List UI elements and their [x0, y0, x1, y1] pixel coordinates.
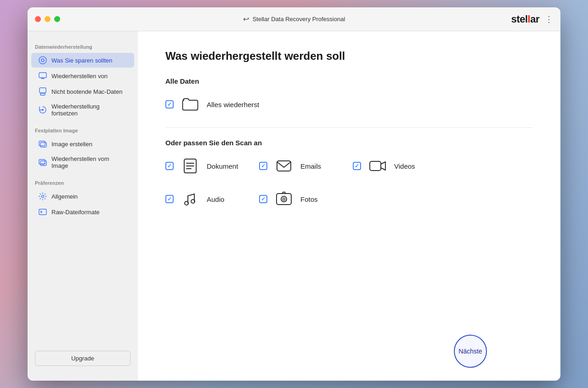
sidebar-item-was-speichern[interactable]: Was Sie sparen sollten: [31, 53, 134, 68]
option-label-emails: Emails: [300, 162, 321, 170]
svg-point-0: [39, 57, 46, 64]
sidebar-label-wiederherstellung-fortsetzen: Wiederherstellung fortsetzen: [51, 103, 127, 117]
sidebar-label-image-erstellen: Image erstellen: [51, 141, 92, 148]
svg-point-1: [41, 59, 44, 62]
sidebar-item-image-erstellen[interactable]: Image erstellen: [31, 137, 134, 151]
raw-icon: [39, 208, 47, 216]
monitor-icon: [39, 72, 47, 80]
option-label-alles: Alles wiederherst: [207, 101, 259, 108]
close-button[interactable]: [35, 16, 41, 22]
checkbox-emails[interactable]: ✓: [259, 162, 267, 170]
next-button-wrap: Nächste: [454, 335, 487, 368]
custom-options-row2: ✓ Audio ✓: [165, 189, 533, 209]
sidebar-label-wiederherstellen-image: Wiederherstellen vom Image: [51, 155, 127, 169]
option-label-audio: Audio: [207, 195, 224, 203]
checkbox-fotos[interactable]: ✓: [259, 195, 267, 203]
custom-section-label: Oder passen Sie den Scan an: [165, 139, 533, 147]
option-label-videos: Videos: [394, 162, 415, 170]
svg-rect-2: [39, 73, 46, 78]
menu-dots-icon[interactable]: ⋮: [545, 14, 553, 24]
checkbox-audio[interactable]: ✓: [165, 195, 174, 203]
checkbox-alles[interactable]: ✓: [165, 100, 174, 108]
checkmark-dokument: ✓: [167, 163, 172, 169]
maximize-button[interactable]: [54, 16, 60, 22]
section-divider: [165, 127, 533, 128]
audio-icon-wrap: [180, 189, 200, 209]
sidebar-item-wiederherstellen-von[interactable]: Wiederherstellen von: [31, 68, 134, 83]
sidebar-label-wiederherstellen-von: Wiederherstellen von: [51, 73, 107, 80]
option-dokument[interactable]: ✓ Dokument: [165, 156, 248, 176]
svg-rect-13: [39, 209, 46, 215]
sidebar-section-festplatten: Festplatten Image: [28, 128, 138, 133]
checkbox-videos[interactable]: ✓: [353, 162, 361, 170]
video-icon: [369, 157, 386, 175]
svg-rect-11: [40, 161, 46, 165]
sidebar-item-wiederherstellung-fortsetzen[interactable]: Wiederherstellung fortsetzen: [31, 100, 134, 120]
sidebar-item-wiederherstellen-image[interactable]: Wiederherstellen vom Image: [31, 152, 134, 172]
svg-point-27: [283, 198, 285, 200]
titlebar-right: stellar ⋮: [511, 13, 553, 25]
back-icon[interactable]: ↩: [243, 15, 249, 23]
svg-point-7: [42, 109, 44, 111]
video-icon-wrap: [368, 156, 388, 176]
checkbox-dokument[interactable]: ✓: [165, 162, 174, 170]
window-title: Stellar Data Recovery Professional: [253, 16, 345, 23]
disk-icon: [39, 56, 47, 64]
svg-rect-6: [40, 93, 45, 95]
option-audio[interactable]: ✓ Audio: [165, 189, 248, 209]
checkmark-fotos: ✓: [261, 196, 266, 202]
svg-point-26: [281, 196, 287, 202]
audio-icon: [181, 190, 199, 208]
option-alles[interactable]: ✓ Alles wiederherst: [165, 94, 259, 114]
svg-rect-22: [370, 161, 381, 171]
folder-icon-wrap: [180, 94, 200, 114]
page-title: Was wiederhergestellt werden soll: [165, 50, 533, 63]
svg-rect-5: [40, 88, 46, 93]
svg-rect-9: [40, 143, 46, 147]
sidebar-item-raw-dateiformate[interactable]: Raw-Dateiformate: [31, 205, 134, 219]
sidebar-label-raw-dateiformate: Raw-Dateiformate: [51, 209, 100, 216]
folder-icon: [181, 96, 199, 113]
svg-point-12: [42, 195, 44, 198]
app-body: Datenwiederherstellung Was Sie sparen so…: [28, 31, 560, 381]
mac-icon: [39, 87, 47, 96]
gear-icon: [39, 192, 47, 200]
stellar-logo: stellar: [511, 13, 539, 25]
image-create-icon: [39, 140, 47, 148]
sidebar-item-nicht-bootend[interactable]: Nicht bootende Mac-Daten: [31, 84, 134, 99]
email-icon: [275, 157, 293, 175]
upgrade-button[interactable]: Upgrade: [35, 351, 130, 366]
option-emails[interactable]: ✓ Emails: [259, 156, 342, 176]
option-label-dokument: Dokument: [207, 162, 238, 170]
resume-icon: [39, 106, 47, 114]
traffic-lights: [35, 16, 60, 22]
option-videos[interactable]: ✓ Videos: [353, 156, 435, 176]
sidebar-item-allgemein[interactable]: Allgemein: [31, 189, 134, 204]
titlebar: ↩ Stellar Data Recovery Professional ste…: [28, 7, 560, 31]
sidebar: Datenwiederherstellung Was Sie sparen so…: [28, 31, 138, 381]
all-data-section-label: Alle Daten: [165, 77, 533, 85]
app-window: ↩ Stellar Data Recovery Professional ste…: [28, 7, 560, 381]
svg-rect-21: [277, 161, 291, 171]
option-fotos[interactable]: ✓ Fotos: [259, 189, 342, 209]
main-content: Was wiederhergestellt werden soll Alle D…: [138, 31, 560, 381]
document-icon-wrap: [180, 156, 200, 176]
checkmark-videos: ✓: [355, 163, 359, 169]
checkmark-emails: ✓: [261, 163, 266, 169]
option-label-fotos: Fotos: [300, 195, 318, 203]
titlebar-center: ↩ Stellar Data Recovery Professional: [243, 15, 345, 23]
custom-options-row1: ✓ Dokument ✓: [165, 156, 533, 176]
svg-rect-8: [39, 141, 45, 146]
all-data-options: ✓ Alles wiederherst: [165, 94, 533, 114]
sidebar-label-was-speichern: Was Sie sparen sollten: [51, 57, 112, 64]
minimize-button[interactable]: [45, 16, 51, 22]
svg-rect-25: [277, 194, 291, 205]
photo-icon: [275, 190, 293, 208]
document-icon: [181, 157, 199, 175]
sidebar-label-nicht-bootend: Nicht bootende Mac-Daten: [51, 88, 123, 95]
checkmark-alles: ✓: [167, 101, 172, 108]
next-button[interactable]: Nächste: [454, 335, 487, 368]
sidebar-label-allgemein: Allgemein: [51, 193, 78, 200]
sidebar-section-praferenzen: Präferenzen: [28, 180, 138, 186]
checkmark-audio: ✓: [167, 196, 172, 202]
